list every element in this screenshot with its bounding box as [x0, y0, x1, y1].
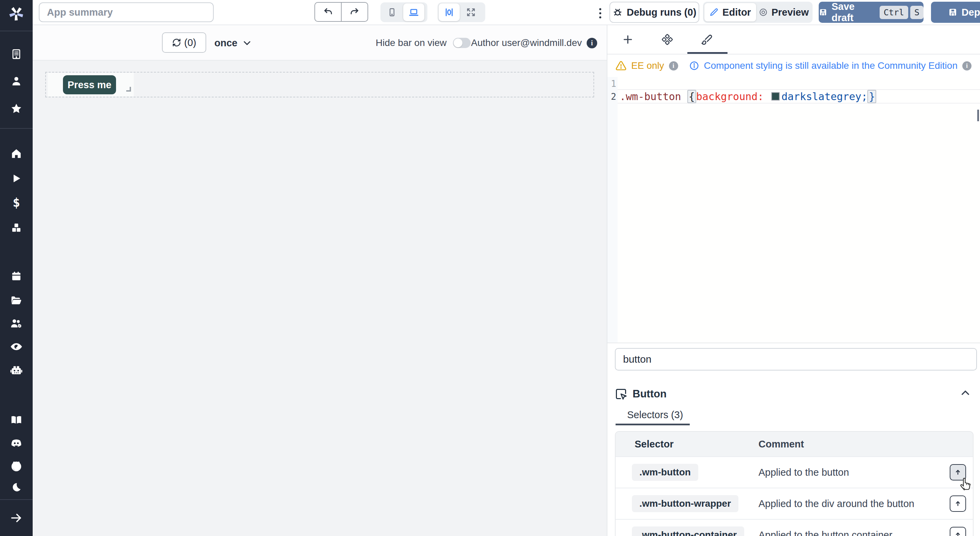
debug-runs-label: Debug runs (0)	[627, 7, 697, 18]
canvas-toolbar: (0) once Hide bar on view Author user@wi…	[33, 25, 607, 61]
tab-components[interactable]	[654, 25, 681, 54]
css-selector-token: .wm-button	[620, 91, 687, 102]
center-content-button[interactable]	[439, 3, 460, 21]
table-row: .wm-button Applied to the button	[616, 456, 973, 488]
debug-runs-button[interactable]: Debug runs (0)	[609, 2, 699, 23]
semicolon-token: ;	[861, 91, 867, 102]
sidebar-item-user[interactable]	[0, 73, 33, 89]
component-style-search-input[interactable]	[615, 348, 977, 370]
sidebar-item-audit[interactable]	[0, 339, 33, 354]
sidebar-item-workers[interactable]	[0, 363, 33, 378]
selectors-tab[interactable]: Selectors (3)	[627, 409, 683, 421]
ee-only-badge: EE only	[631, 60, 664, 71]
deploy-button[interactable]: Deploy	[931, 2, 980, 23]
user-group-settings-icon	[10, 317, 23, 330]
code-line: .wm-button {background: darkslategrey;}	[620, 89, 876, 104]
collapse-section-button[interactable]	[960, 388, 971, 399]
discord-icon	[10, 437, 23, 450]
component-cell[interactable]: Press me	[48, 73, 134, 96]
css-property-token: background:	[696, 91, 770, 102]
sidebar-item-schedules[interactable]	[0, 268, 33, 284]
panel-tab-bar	[608, 25, 980, 54]
resize-handle[interactable]	[126, 87, 131, 92]
plus-icon	[622, 34, 633, 45]
apply-selector-button[interactable]	[950, 496, 966, 512]
sidebar-item-discord[interactable]	[0, 435, 33, 451]
editor-tab-label: Editor	[722, 7, 751, 18]
bug-icon	[612, 7, 623, 18]
preview-eye-icon	[759, 8, 768, 17]
sidebar-item-variables[interactable]: $	[0, 195, 33, 210]
tab-insert-component[interactable]	[614, 25, 641, 54]
sidebar-item-runs[interactable]	[0, 171, 33, 186]
app-summary-input[interactable]	[39, 2, 214, 22]
press-me-button[interactable]: Press me	[63, 75, 116, 94]
more-options-menu[interactable]	[593, 6, 607, 21]
sidebar-divider	[0, 128, 33, 129]
selector-chip: .wm-button	[632, 464, 698, 481]
packages-icon	[10, 222, 22, 234]
run-mode-select[interactable]: once	[215, 25, 252, 61]
button-section-header[interactable]: Button	[615, 386, 974, 402]
css-value-token: darkslategrey	[782, 91, 862, 102]
warning-triangle-icon	[616, 60, 627, 71]
sidebar-item-workspace[interactable]	[0, 46, 33, 62]
refresh-count: (0)	[184, 37, 196, 48]
author-info-icon[interactable]: i	[587, 38, 597, 48]
sidebar-item-docs[interactable]	[0, 412, 33, 428]
preview-tab[interactable]: Preview	[756, 3, 811, 21]
sidebar-item-resources[interactable]	[0, 220, 33, 236]
ee-info-icon[interactable]: i	[669, 61, 678, 70]
selector-chip: .wm-button-wrapper	[632, 495, 738, 512]
sidebar-divider	[0, 499, 33, 500]
undo-icon	[323, 7, 333, 17]
sidebar-divider	[0, 31, 33, 31]
book-open-icon	[10, 414, 22, 426]
sidebar-item-folders[interactable]	[0, 292, 33, 308]
open-brace-token: {	[687, 90, 696, 103]
refresh-button[interactable]: (0)	[162, 32, 206, 53]
windmill-logo[interactable]	[0, 4, 33, 23]
arrow-up-icon	[953, 499, 963, 509]
folder-open-icon	[10, 294, 22, 306]
desktop-view-button[interactable]	[403, 3, 424, 21]
selector-comment: Applied to the button	[759, 467, 950, 478]
eye-icon	[10, 340, 23, 353]
apply-selector-button[interactable]	[950, 527, 966, 536]
save-draft-button[interactable]: Save draft CtrlS	[819, 2, 924, 23]
comment-column-header: Comment	[759, 439, 973, 450]
arrow-up-icon	[953, 467, 963, 477]
run-mode-value: once	[215, 37, 237, 49]
color-swatch[interactable]	[772, 92, 780, 100]
selector-column-header: Selector	[616, 439, 759, 450]
apply-selector-button[interactable]	[950, 464, 966, 480]
redo-button[interactable]	[341, 2, 368, 22]
sidebar-collapse-toggle[interactable]	[0, 510, 33, 526]
save-draft-label: Save draft	[832, 1, 875, 24]
app-canvas[interactable]: Press me	[33, 61, 607, 536]
ee-notice-row: EE only i Component styling is still ava…	[608, 54, 980, 77]
fullscreen-button[interactable]	[460, 3, 482, 21]
author-info: Author user@windmill.dev i	[471, 25, 597, 61]
line-number: 1	[608, 78, 616, 90]
editor-preview-toggle: Editor Preview	[703, 2, 813, 23]
editor-tab[interactable]: Editor	[705, 3, 756, 21]
user-icon	[11, 75, 22, 87]
overview-ruler-mark	[977, 110, 979, 121]
hide-bar-toggle[interactable]	[453, 38, 471, 48]
panel-divider	[608, 343, 980, 343]
sidebar-item-home[interactable]	[0, 146, 33, 161]
selector-comment: Applied to the button container	[759, 530, 950, 536]
undo-button[interactable]	[314, 2, 342, 22]
sidebar-item-favorites[interactable]	[0, 101, 33, 116]
github-icon	[10, 460, 23, 473]
sidebar-item-groups[interactable]	[0, 316, 33, 331]
sidebar-item-theme[interactable]	[0, 480, 33, 495]
mobile-view-button[interactable]	[382, 3, 402, 21]
css-code-editor[interactable]: 1 2 .wm-button {background: darkslategre…	[608, 77, 980, 343]
tab-styling[interactable]	[693, 25, 721, 54]
selectors-table: Selector Comment .wm-button Applied to t…	[615, 431, 974, 536]
notice-info-icon[interactable]: i	[962, 61, 972, 70]
community-edition-notice[interactable]: Component styling is still available in …	[704, 60, 958, 71]
sidebar-item-github[interactable]	[0, 458, 33, 474]
